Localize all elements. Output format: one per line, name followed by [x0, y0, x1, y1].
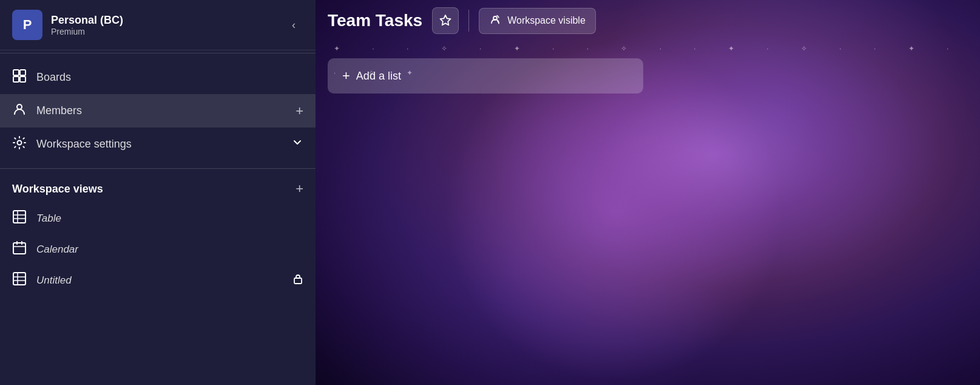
- svg-rect-14: [13, 273, 25, 285]
- visibility-icon: [489, 13, 501, 29]
- members-add-button[interactable]: +: [296, 103, 303, 119]
- board-content: Team Tasks Workspace visible: [316, 0, 980, 385]
- collapse-button[interactable]: ‹: [284, 15, 303, 35]
- settings-icon: [12, 136, 27, 152]
- calendar-icon: [12, 241, 27, 257]
- members-label: Members: [36, 104, 286, 117]
- table-icon: [12, 210, 27, 227]
- workspace-visible-button[interactable]: Workspace visible: [479, 8, 596, 34]
- view-item-untitled[interactable]: Untitled: [0, 265, 316, 296]
- sidebar-item-members[interactable]: Members +: [0, 94, 316, 128]
- workspace-views-title: Workspace views: [12, 183, 296, 196]
- workspace-views-add-button[interactable]: +: [296, 181, 303, 197]
- sidebar-nav: Boards Members + Workspace settings: [0, 56, 316, 166]
- workspace-views-header: Workspace views +: [0, 171, 316, 203]
- calendar-view-label: Calendar: [36, 244, 303, 256]
- boards-label: Boards: [36, 71, 303, 84]
- board-title: Team Tasks: [328, 11, 422, 30]
- members-icon: [12, 103, 27, 119]
- svg-point-5: [18, 141, 22, 145]
- add-list-label: Add a list: [356, 70, 401, 83]
- boards-icon: [12, 69, 27, 86]
- visibility-label: Workspace visible: [507, 15, 586, 26]
- untitled-view-icon: [12, 272, 27, 288]
- svg-rect-10: [13, 243, 25, 254]
- sidebar-item-workspace-settings[interactable]: Workspace settings: [0, 128, 316, 161]
- star-button[interactable]: [432, 7, 459, 34]
- view-item-table[interactable]: Table: [0, 203, 316, 234]
- sidebar: P Personal (BC) Premium ‹ Boards: [0, 0, 316, 385]
- sidebar-divider: [0, 53, 316, 53]
- sidebar-item-boards[interactable]: Boards: [0, 61, 316, 94]
- svg-point-4: [17, 104, 22, 109]
- workspace-avatar: P: [12, 10, 42, 40]
- board-background: Team Tasks Workspace visible: [316, 0, 980, 385]
- svg-rect-1: [20, 70, 25, 75]
- add-list-button[interactable]: + Add a list: [328, 58, 643, 94]
- table-view-label: Table: [36, 213, 303, 225]
- untitled-view-label: Untitled: [36, 274, 283, 287]
- svg-rect-18: [294, 278, 302, 284]
- workspace-settings-chevron: [291, 137, 303, 152]
- sidebar-section-divider: [0, 168, 316, 169]
- add-list-icon: +: [342, 68, 350, 84]
- header-divider: [468, 10, 469, 32]
- svg-rect-6: [13, 211, 25, 223]
- view-item-calendar[interactable]: Calendar: [0, 234, 316, 265]
- svg-rect-0: [13, 70, 19, 75]
- svg-rect-3: [20, 77, 25, 82]
- workspace-settings-label: Workspace settings: [36, 138, 282, 151]
- workspace-info: Personal (BC) Premium: [51, 14, 275, 36]
- workspace-header: P Personal (BC) Premium ‹: [0, 0, 316, 50]
- lock-icon: [292, 273, 303, 287]
- workspace-name: Personal (BC): [51, 14, 275, 27]
- workspace-plan: Premium: [51, 27, 275, 36]
- svg-rect-2: [13, 77, 19, 82]
- board-header: Team Tasks Workspace visible: [316, 0, 980, 41]
